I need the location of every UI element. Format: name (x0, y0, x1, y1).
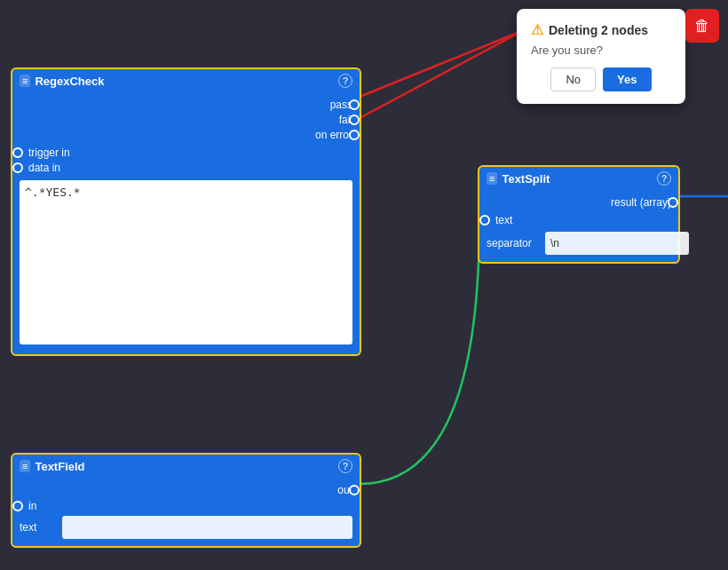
svg-line-0 (360, 30, 524, 97)
port-pass-dot[interactable] (349, 99, 360, 110)
port-in-row: in (20, 500, 352, 512)
node-regex-icon: ≡ (20, 75, 30, 87)
port-result-dot[interactable] (668, 197, 678, 208)
node-regex-help[interactable]: ? (338, 74, 352, 88)
node-regex-header: ≡ RegexCheck ? (12, 69, 360, 92)
node-textsplit-body: result (array) text separator (479, 190, 678, 262)
port-onerror-label: on error (315, 129, 352, 141)
node-textsplit-icon: ≡ (487, 172, 497, 185)
yes-button[interactable]: Yes (603, 67, 651, 91)
delete-trash-button[interactable]: 🗑 (685, 9, 719, 43)
node-textsplit-help[interactable]: ? (657, 171, 671, 186)
dialog-title: Deleting 2 nodes (549, 23, 648, 37)
node-regex-title: RegexCheck (35, 75, 104, 88)
port-pass-row: pass (20, 99, 352, 111)
dialog-message: Are you sure? (531, 44, 671, 57)
text-split-node: ≡ TextSplit ? result (array) text separa… (478, 165, 680, 264)
separator-input[interactable] (545, 232, 689, 255)
delete-dialog: ⚠ Deleting 2 nodes Are you sure? No Yes (517, 9, 685, 104)
regex-textarea[interactable]: ^.*YES.* (20, 180, 352, 344)
port-onerror-dot[interactable] (349, 130, 360, 140)
port-fail-row: fail (20, 114, 352, 126)
port-in-dot[interactable] (12, 501, 23, 511)
port-text-row: text (487, 214, 671, 226)
textfield-input-row: text (20, 516, 352, 539)
textfield-input[interactable] (62, 516, 352, 539)
separator-row: separator (487, 232, 671, 255)
text-field-node: ≡ TextField ? out in text (11, 453, 361, 548)
separator-label: separator (487, 237, 540, 249)
textfield-label: text (20, 521, 55, 534)
node-textfield-header: ≡ TextField ? (12, 455, 360, 478)
port-fail-dot[interactable] (349, 115, 360, 125)
port-datain-row: data in (20, 162, 352, 174)
port-triggerin-dot[interactable] (12, 147, 23, 158)
port-result-row: result (array) (487, 196, 671, 209)
port-onerror-row: on error (20, 129, 352, 141)
port-text-label: text (487, 214, 512, 226)
expand-button[interactable]: ⤢ (335, 329, 352, 347)
node-regex-body: pass fail on error trigger in data in ^.… (12, 92, 360, 354)
node-textfield-help[interactable]: ? (338, 459, 352, 473)
node-textfield-body: out in text (12, 478, 360, 546)
node-textsplit-header: ≡ TextSplit ? (479, 167, 678, 190)
port-triggerin-row: trigger in (20, 146, 352, 159)
port-out-row: out (20, 484, 352, 496)
port-out-dot[interactable] (349, 485, 360, 495)
warning-icon: ⚠ (531, 21, 543, 38)
port-result-label: result (array) (611, 196, 671, 209)
port-text-dot[interactable] (479, 215, 490, 226)
port-datain-label: data in (20, 162, 60, 174)
node-textfield-icon: ≡ (20, 460, 30, 472)
dialog-title-row: ⚠ Deleting 2 nodes (531, 21, 671, 38)
dialog-buttons: No Yes (531, 67, 671, 91)
node-textsplit-title: TextSplit (502, 172, 550, 186)
svg-line-1 (360, 30, 524, 118)
node-textfield-title: TextField (35, 460, 84, 473)
regex-check-node: ≡ RegexCheck ? pass fail on error trigge… (11, 67, 361, 356)
port-datain-dot[interactable] (12, 162, 23, 173)
port-triggerin-label: trigger in (20, 146, 70, 159)
no-button[interactable]: No (550, 67, 596, 91)
